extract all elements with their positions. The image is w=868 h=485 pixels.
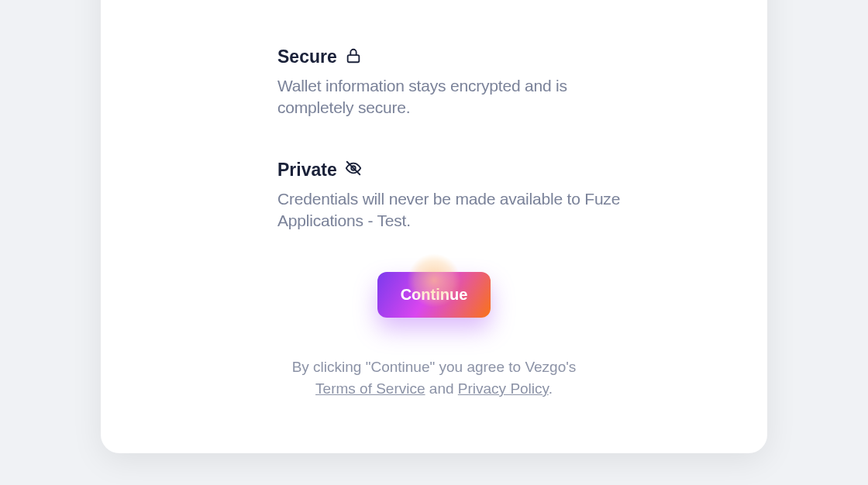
private-section: Private Credentials will never be made a… bbox=[277, 160, 634, 232]
terms-of-service-link[interactable]: Terms of Service bbox=[315, 380, 425, 397]
private-header: Private bbox=[277, 160, 634, 181]
secure-title: Secure bbox=[277, 46, 337, 67]
private-title: Private bbox=[277, 160, 337, 181]
svg-rect-0 bbox=[347, 55, 359, 62]
secure-section: Secure Wallet information stays encrypte… bbox=[277, 46, 634, 119]
privacy-policy-link[interactable]: Privacy Policy bbox=[458, 380, 549, 397]
legal-connector: and bbox=[425, 380, 458, 397]
secure-body: Wallet information stays encrypted and i… bbox=[277, 75, 634, 119]
secure-header: Secure bbox=[277, 46, 634, 67]
legal-prefix: By clicking "Continue" you agree to Vezg… bbox=[292, 359, 577, 375]
lock-icon bbox=[345, 47, 362, 67]
eye-off-icon bbox=[345, 160, 362, 180]
button-container: Continue bbox=[147, 272, 721, 318]
legal-text: By clicking "Continue" you agree to Vezg… bbox=[147, 356, 721, 399]
consent-card: Secure Wallet information stays encrypte… bbox=[101, 0, 767, 453]
private-body: Credentials will never be made available… bbox=[277, 188, 634, 232]
legal-suffix: . bbox=[549, 380, 553, 397]
content-area: Secure Wallet information stays encrypte… bbox=[277, 0, 634, 232]
continue-button[interactable]: Continue bbox=[377, 272, 491, 318]
